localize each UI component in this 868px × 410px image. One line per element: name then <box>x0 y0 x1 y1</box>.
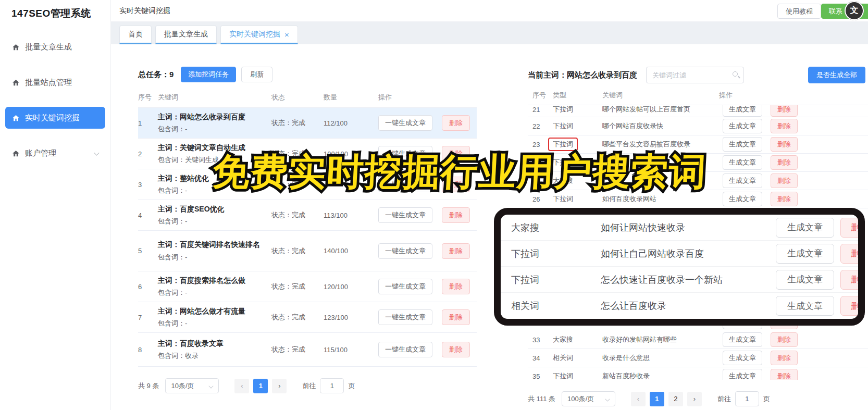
page-number-2[interactable]: 2 <box>668 392 683 406</box>
keyword-seq: 21 <box>528 106 553 114</box>
keyword-row[interactable]: 34 相关词 收录是什么意思 生成文章 删除 <box>528 349 868 367</box>
task-main-word: 主词：百度搜索排名怎么做 <box>158 276 271 285</box>
delete-button[interactable]: 删除 <box>771 351 798 365</box>
total-tasks-label: 总任务：9 <box>138 70 173 80</box>
sidebar-item-link[interactable]: 批量站点管理 <box>5 71 105 93</box>
keyword-text: 哪个网站发帖可以上百度首页 <box>602 105 719 114</box>
generate-article-button[interactable]: 一键生成文章 <box>378 279 432 294</box>
generate-article-button[interactable]: 一键生成文章 <box>378 309 432 325</box>
task-main-word: 主词：百度SEO优化 <box>158 204 271 214</box>
prev-page-button[interactable]: ‹ <box>234 379 249 393</box>
generate-article-button[interactable]: 一键生成文章 <box>378 207 432 223</box>
keyword-filter-box <box>646 67 744 83</box>
delete-button[interactable]: 删除 <box>442 115 470 131</box>
keyword-actions: 生成文章 删除 <box>719 173 868 188</box>
keyword-row[interactable]: 33 大家搜 收录好的发帖网站有哪些 生成文章 删除 <box>528 331 868 349</box>
task-keyword-cell: 主词：百度SEO优化 包含词：- <box>158 204 271 226</box>
delete-button[interactable]: 删除 <box>771 369 798 380</box>
delete-button[interactable]: 删除 <box>442 243 470 259</box>
task-row[interactable]: 7 主词：网站怎么做才有流量 包含词：- 状态：完成 123/100 一键生成文… <box>138 302 477 333</box>
delete-button[interactable]: 删除 <box>840 270 865 290</box>
task-row[interactable]: 1 主词：网站怎么收录到百度 包含词：- 状态：完成 112/100 一键生成文… <box>138 108 477 139</box>
task-keyword-cell: 主词：网站怎么收录到百度 包含词：- <box>158 112 271 134</box>
next-page-button[interactable]: › <box>687 392 702 406</box>
keyword-row[interactable]: 22 下拉词 哪个网站百度收录快 生成文章 删除 <box>528 117 868 135</box>
keyword-filter-input[interactable] <box>647 67 725 83</box>
generate-article-button[interactable]: 一键生成文章 <box>378 342 432 357</box>
keyword-type-cell: 大家搜 <box>553 335 602 344</box>
task-status: 状态：完成 <box>271 210 324 220</box>
prev-page-button[interactable]: ‹ <box>631 392 646 406</box>
task-main-word: 主词：网站怎么做才有流量 <box>158 306 271 316</box>
generate-article-button[interactable]: 生成文章 <box>723 332 762 347</box>
delete-button[interactable]: 删除 <box>840 218 865 238</box>
close-icon[interactable]: × <box>284 30 289 39</box>
generate-article-button[interactable]: 一键生成文章 <box>378 243 432 259</box>
page-size-select[interactable]: 100条/页 <box>562 391 615 406</box>
task-row[interactable]: 5 主词：百度关键词排名快速排名 包含词：- 状态：完成 140/100 一键生… <box>138 231 477 271</box>
tab[interactable]: 实时关键词挖掘 × <box>220 26 298 44</box>
delete-button[interactable]: 删除 <box>840 244 865 264</box>
task-main-word: 主词：百度收录文章 <box>158 339 271 348</box>
delete-button[interactable]: 删除 <box>771 119 798 133</box>
task-row[interactable]: 8 主词：百度收录文章 包含词：收录 状态：完成 115/100 一键生成文章 … <box>138 333 477 367</box>
col-keyword: 关键词 <box>602 91 719 100</box>
generate-article-button[interactable]: 生成文章 <box>723 137 762 152</box>
task-quantity: 120/100 <box>324 283 378 291</box>
refresh-button[interactable]: 刷新 <box>241 67 272 82</box>
goto-page-input[interactable]: 1 <box>735 391 759 406</box>
tasks-table-body: 1 主词：网站怎么收录到百度 包含词：- 状态：完成 112/100 一键生成文… <box>138 108 477 367</box>
help-button[interactable]: 使用教程 <box>777 4 821 19</box>
generate-article-button[interactable]: 生成文章 <box>776 244 834 264</box>
generate-all-button[interactable]: 是否生成全部 <box>808 67 865 83</box>
delete-button[interactable]: 删除 <box>840 296 865 316</box>
tab[interactable]: 批量文章生成 × <box>155 26 217 44</box>
goto-page-input[interactable]: 1 <box>320 378 344 393</box>
task-row[interactable]: 6 主词：百度搜索排名怎么做 包含词：- 状态：完成 120/100 一键生成文… <box>138 271 477 302</box>
generate-article-button[interactable]: 生成文章 <box>776 296 834 316</box>
sidebar-item-label: 实时关键词挖掘 <box>25 113 80 123</box>
next-page-button[interactable]: › <box>272 379 287 393</box>
generate-article-button[interactable]: 生成文章 <box>723 105 762 117</box>
generate-article-button[interactable]: 生成文章 <box>723 192 762 206</box>
task-include-word: 包含词：- <box>158 217 271 226</box>
task-seq: 5 <box>138 247 158 255</box>
page-number-1[interactable]: 1 <box>253 379 268 393</box>
generate-article-button[interactable]: 生成文章 <box>723 369 762 380</box>
task-status: 状态：完成 <box>271 313 324 322</box>
sidebar-item-link[interactable]: 账户管理 <box>5 142 105 164</box>
delete-button[interactable]: 删除 <box>771 192 798 206</box>
generate-article-button[interactable]: 生成文章 <box>776 270 834 290</box>
generate-article-button[interactable]: 一键生成文章 <box>378 115 432 131</box>
generate-article-button[interactable]: 生成文章 <box>723 351 762 365</box>
delete-button[interactable]: 删除 <box>771 137 798 152</box>
sidebar-item-active[interactable]: 实时关键词挖掘 <box>5 107 105 129</box>
keyword-row[interactable]: 21 下拉词 哪个网站发帖可以上百度首页 生成文章 删除 <box>528 105 868 117</box>
col-seq: 序号 <box>138 93 158 102</box>
generate-article-button[interactable]: 生成文章 <box>723 119 762 133</box>
delete-button[interactable]: 删除 <box>442 309 470 325</box>
delete-button[interactable]: 删除 <box>771 105 798 117</box>
task-main-word: 主词：网站怎么收录到百度 <box>158 112 271 121</box>
task-row[interactable]: 4 主词：百度SEO优化 包含词：- 状态：完成 113/100 一键生成文章 … <box>138 200 477 231</box>
sidebar-item-label: 账户管理 <box>25 148 56 158</box>
delete-button[interactable]: 删除 <box>442 342 470 357</box>
delete-button[interactable]: 删除 <box>771 155 798 170</box>
tab[interactable]: 首页 × <box>119 26 152 44</box>
task-actions: 一键生成文章 删除 <box>378 342 477 357</box>
delete-button[interactable]: 删除 <box>771 332 798 347</box>
generate-article-button[interactable]: 生成文章 <box>723 173 762 188</box>
page-size-select[interactable]: 10条/页 <box>165 378 219 393</box>
delete-button[interactable]: 删除 <box>771 173 798 188</box>
generate-article-button[interactable]: 生成文章 <box>776 218 834 238</box>
delete-button[interactable]: 删除 <box>442 207 470 223</box>
translate-extension-icon[interactable]: 文 <box>845 1 864 20</box>
keyword-row[interactable]: 35 下拉词 新站百度秒收录 生成文章 删除 <box>528 367 868 380</box>
page-number-1[interactable]: 1 <box>650 392 664 406</box>
magnified-keyword-row: 下拉词 如何让自己网站收录百度 生成文章 删除 <box>501 241 858 267</box>
generate-article-button[interactable]: 生成文章 <box>723 155 762 170</box>
sidebar-item-link[interactable]: 批量文章生成 <box>5 36 105 58</box>
keyword-actions: 生成文章 删除 <box>719 137 868 152</box>
add-task-button[interactable]: 添加挖词任务 <box>181 67 236 82</box>
delete-button[interactable]: 删除 <box>442 279 470 294</box>
